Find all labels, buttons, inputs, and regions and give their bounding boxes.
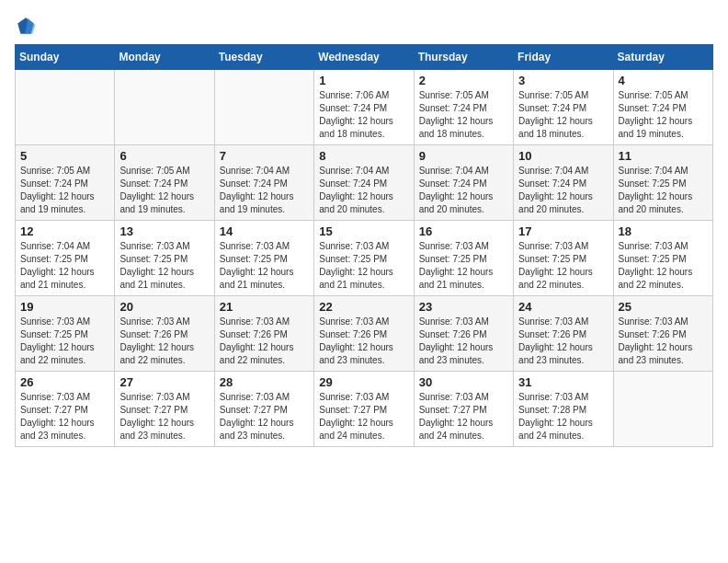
day-number: 22 <box>319 300 408 314</box>
calendar-cell: 9Sunrise: 7:04 AM Sunset: 7:24 PM Daylig… <box>414 145 513 221</box>
calendar-week-row: 5Sunrise: 7:05 AM Sunset: 7:24 PM Daylig… <box>16 145 713 221</box>
calendar-cell: 24Sunrise: 7:03 AM Sunset: 7:26 PM Dayli… <box>514 296 613 372</box>
weekday-header-row: SundayMondayTuesdayWednesdayThursdayFrid… <box>16 45 713 70</box>
calendar-cell: 22Sunrise: 7:03 AM Sunset: 7:26 PM Dayli… <box>314 296 414 372</box>
day-number: 26 <box>20 375 109 389</box>
day-info: Sunrise: 7:04 AM Sunset: 7:24 PM Dayligh… <box>419 165 508 216</box>
day-number: 20 <box>119 300 209 314</box>
calendar-cell: 13Sunrise: 7:03 AM Sunset: 7:25 PM Dayli… <box>115 221 214 296</box>
day-number: 12 <box>20 224 109 238</box>
calendar-cell: 19Sunrise: 7:03 AM Sunset: 7:25 PM Dayli… <box>16 296 115 372</box>
day-number: 23 <box>419 300 508 314</box>
day-info: Sunrise: 7:03 AM Sunset: 7:25 PM Dayligh… <box>20 316 109 367</box>
day-info: Sunrise: 7:03 AM Sunset: 7:28 PM Dayligh… <box>518 391 608 442</box>
day-info: Sunrise: 7:04 AM Sunset: 7:24 PM Dayligh… <box>220 165 309 216</box>
calendar-cell: 30Sunrise: 7:03 AM Sunset: 7:27 PM Dayli… <box>414 372 513 447</box>
calendar-cell: 20Sunrise: 7:03 AM Sunset: 7:26 PM Dayli… <box>115 296 214 372</box>
day-info: Sunrise: 7:03 AM Sunset: 7:25 PM Dayligh… <box>119 240 209 292</box>
calendar-cell: 26Sunrise: 7:03 AM Sunset: 7:27 PM Dayli… <box>16 372 115 447</box>
calendar-cell: 21Sunrise: 7:03 AM Sunset: 7:26 PM Dayli… <box>214 296 313 372</box>
calendar-week-row: 26Sunrise: 7:03 AM Sunset: 7:27 PM Dayli… <box>16 372 713 447</box>
day-info: Sunrise: 7:03 AM Sunset: 7:27 PM Dayligh… <box>119 391 209 442</box>
calendar-cell: 7Sunrise: 7:04 AM Sunset: 7:24 PM Daylig… <box>214 145 313 221</box>
day-info: Sunrise: 7:05 AM Sunset: 7:24 PM Dayligh… <box>518 89 608 141</box>
weekday-header: Saturday <box>613 45 712 70</box>
calendar-cell <box>214 70 313 145</box>
day-number: 30 <box>419 375 508 389</box>
day-number: 14 <box>220 224 309 238</box>
day-info: Sunrise: 7:03 AM Sunset: 7:26 PM Dayligh… <box>319 316 408 367</box>
calendar-table: SundayMondayTuesdayWednesdayThursdayFrid… <box>15 44 713 447</box>
day-info: Sunrise: 7:05 AM Sunset: 7:24 PM Dayligh… <box>119 165 209 216</box>
day-number: 15 <box>319 224 408 238</box>
day-info: Sunrise: 7:03 AM Sunset: 7:27 PM Dayligh… <box>319 391 408 442</box>
day-number: 1 <box>319 74 408 87</box>
calendar-cell: 2Sunrise: 7:05 AM Sunset: 7:24 PM Daylig… <box>414 70 513 145</box>
weekday-header: Thursday <box>414 45 513 70</box>
calendar-cell <box>115 70 214 145</box>
day-number: 29 <box>319 375 408 389</box>
day-number: 5 <box>20 149 109 163</box>
calendar-week-row: 1Sunrise: 7:06 AM Sunset: 7:24 PM Daylig… <box>16 70 713 145</box>
day-number: 27 <box>119 375 209 389</box>
calendar-cell: 31Sunrise: 7:03 AM Sunset: 7:28 PM Dayli… <box>514 372 613 447</box>
calendar-cell: 6Sunrise: 7:05 AM Sunset: 7:24 PM Daylig… <box>115 145 214 221</box>
day-info: Sunrise: 7:05 AM Sunset: 7:24 PM Dayligh… <box>419 89 508 141</box>
day-info: Sunrise: 7:03 AM Sunset: 7:25 PM Dayligh… <box>220 240 309 292</box>
day-number: 31 <box>518 375 608 389</box>
day-info: Sunrise: 7:03 AM Sunset: 7:25 PM Dayligh… <box>419 240 508 292</box>
day-number: 10 <box>518 149 608 163</box>
calendar-cell: 8Sunrise: 7:04 AM Sunset: 7:24 PM Daylig… <box>314 145 414 221</box>
calendar-cell: 10Sunrise: 7:04 AM Sunset: 7:24 PM Dayli… <box>514 145 613 221</box>
calendar-cell: 3Sunrise: 7:05 AM Sunset: 7:24 PM Daylig… <box>514 70 613 145</box>
day-info: Sunrise: 7:03 AM Sunset: 7:25 PM Dayligh… <box>619 240 708 292</box>
weekday-header: Friday <box>514 45 613 70</box>
day-number: 28 <box>220 375 309 389</box>
weekday-header: Wednesday <box>314 45 414 70</box>
day-info: Sunrise: 7:06 AM Sunset: 7:24 PM Dayligh… <box>319 89 408 141</box>
day-number: 8 <box>319 149 408 163</box>
calendar-cell: 5Sunrise: 7:05 AM Sunset: 7:24 PM Daylig… <box>16 145 115 221</box>
weekday-header: Monday <box>115 45 214 70</box>
day-info: Sunrise: 7:03 AM Sunset: 7:26 PM Dayligh… <box>619 316 708 367</box>
day-info: Sunrise: 7:04 AM Sunset: 7:25 PM Dayligh… <box>619 165 708 216</box>
day-number: 11 <box>619 149 708 163</box>
day-number: 16 <box>419 224 508 238</box>
calendar-cell: 28Sunrise: 7:03 AM Sunset: 7:27 PM Dayli… <box>214 372 313 447</box>
day-info: Sunrise: 7:03 AM Sunset: 7:26 PM Dayligh… <box>220 316 309 367</box>
day-number: 18 <box>619 224 708 238</box>
calendar-cell: 25Sunrise: 7:03 AM Sunset: 7:26 PM Dayli… <box>613 296 712 372</box>
calendar-cell: 4Sunrise: 7:05 AM Sunset: 7:24 PM Daylig… <box>613 70 712 145</box>
calendar-cell: 17Sunrise: 7:03 AM Sunset: 7:25 PM Dayli… <box>514 221 613 296</box>
day-info: Sunrise: 7:03 AM Sunset: 7:27 PM Dayligh… <box>20 391 109 442</box>
calendar-cell: 15Sunrise: 7:03 AM Sunset: 7:25 PM Dayli… <box>314 221 414 296</box>
day-number: 19 <box>20 300 109 314</box>
calendar-cell: 23Sunrise: 7:03 AM Sunset: 7:26 PM Dayli… <box>414 296 513 372</box>
logo <box>15 15 40 37</box>
calendar-cell: 16Sunrise: 7:03 AM Sunset: 7:25 PM Dayli… <box>414 221 513 296</box>
day-number: 2 <box>419 74 508 87</box>
calendar-cell: 12Sunrise: 7:04 AM Sunset: 7:25 PM Dayli… <box>16 221 115 296</box>
day-number: 17 <box>518 224 608 238</box>
day-info: Sunrise: 7:03 AM Sunset: 7:27 PM Dayligh… <box>419 391 508 442</box>
calendar-cell <box>16 70 115 145</box>
day-info: Sunrise: 7:03 AM Sunset: 7:27 PM Dayligh… <box>220 391 309 442</box>
day-info: Sunrise: 7:05 AM Sunset: 7:24 PM Dayligh… <box>619 89 708 141</box>
logo-icon <box>15 15 37 37</box>
day-info: Sunrise: 7:03 AM Sunset: 7:26 PM Dayligh… <box>419 316 508 367</box>
day-info: Sunrise: 7:04 AM Sunset: 7:24 PM Dayligh… <box>319 165 408 216</box>
day-number: 4 <box>619 74 708 87</box>
calendar-cell: 29Sunrise: 7:03 AM Sunset: 7:27 PM Dayli… <box>314 372 414 447</box>
day-info: Sunrise: 7:04 AM Sunset: 7:25 PM Dayligh… <box>20 240 109 292</box>
calendar-week-row: 12Sunrise: 7:04 AM Sunset: 7:25 PM Dayli… <box>16 221 713 296</box>
day-info: Sunrise: 7:03 AM Sunset: 7:25 PM Dayligh… <box>319 240 408 292</box>
day-info: Sunrise: 7:03 AM Sunset: 7:25 PM Dayligh… <box>518 240 608 292</box>
calendar-cell: 11Sunrise: 7:04 AM Sunset: 7:25 PM Dayli… <box>613 145 712 221</box>
day-number: 7 <box>220 149 309 163</box>
day-number: 6 <box>119 149 209 163</box>
day-info: Sunrise: 7:03 AM Sunset: 7:26 PM Dayligh… <box>119 316 209 367</box>
calendar-cell: 1Sunrise: 7:06 AM Sunset: 7:24 PM Daylig… <box>314 70 414 145</box>
day-number: 9 <box>419 149 508 163</box>
calendar-cell: 27Sunrise: 7:03 AM Sunset: 7:27 PM Dayli… <box>115 372 214 447</box>
day-number: 21 <box>220 300 309 314</box>
